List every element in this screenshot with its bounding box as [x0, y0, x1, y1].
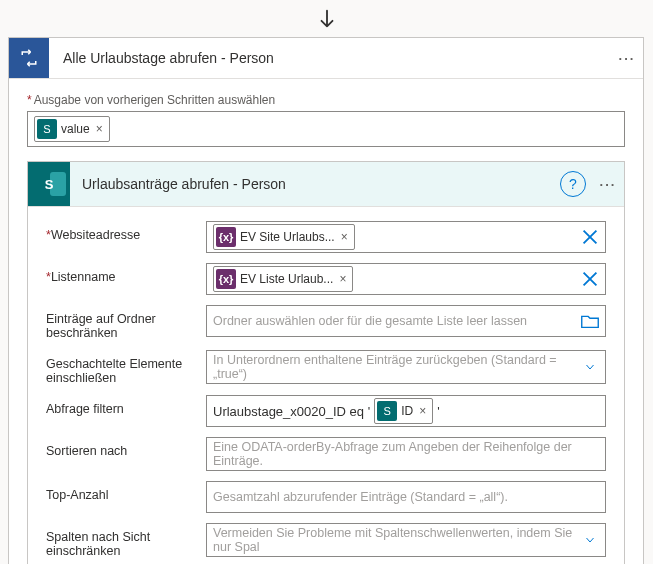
action-menu-button[interactable]: ··· [592, 177, 624, 192]
top-count-label: Top-Anzahl [46, 481, 206, 502]
sort-input[interactable]: Eine ODATA-orderBy-Abfrage zum Angeben d… [206, 437, 606, 471]
sharepoint-icon: S [37, 119, 57, 139]
action-title: Urlaubsanträge abrufen - Person [70, 176, 560, 192]
placeholder-text: In Unterordnern enthaltene Einträge zurü… [213, 353, 575, 381]
placeholder-text: Eine ODATA-orderBy-Abfrage zum Angeben d… [213, 440, 599, 468]
limit-columns-label: Spalten nach Sicht einschränken [46, 523, 206, 558]
site-address-label: *Websiteadresse [46, 221, 206, 242]
site-token[interactable]: {x} EV Site Urlaubs... × [213, 224, 355, 250]
list-name-label: *Listenname [46, 263, 206, 284]
prev-steps-label: *Ausgabe von vorherigen Schritten auswäh… [27, 93, 625, 107]
chevron-down-icon[interactable] [579, 529, 601, 551]
action-card: S Urlaubsanträge abrufen - Person ? ··· … [27, 161, 625, 564]
variable-icon: {x} [216, 269, 236, 289]
token-remove-icon[interactable]: × [339, 230, 350, 244]
foreach-icon [9, 38, 49, 78]
filter-query-label: Abfrage filtern [46, 395, 206, 416]
folder-limit-label: Einträge auf Ordner beschränken [46, 305, 206, 340]
variable-icon: {x} [216, 227, 236, 247]
foreach-card: Alle Urlaubstage abrufen - Person ··· *A… [8, 37, 644, 564]
list-name-input[interactable]: {x} EV Liste Urlaub... × [206, 263, 606, 295]
token-label: EV Site Urlaubs... [240, 230, 335, 244]
token-remove-icon[interactable]: × [417, 404, 428, 418]
nested-input[interactable]: In Unterordnern enthaltene Einträge zurü… [206, 350, 606, 384]
id-token[interactable]: S ID × [374, 398, 433, 424]
clear-icon[interactable] [579, 226, 601, 248]
clear-icon[interactable] [579, 268, 601, 290]
sharepoint-icon: S [377, 401, 397, 421]
placeholder-text: Gesamtzahl abzurufender Einträge (Standa… [213, 490, 508, 504]
top-count-input[interactable]: Gesamtzahl abzurufender Einträge (Standa… [206, 481, 606, 513]
folder-limit-input[interactable]: Ordner auswählen oder für die gesamte Li… [206, 305, 606, 337]
site-address-input[interactable]: {x} EV Site Urlaubs... × [206, 221, 606, 253]
foreach-menu-button[interactable]: ··· [611, 51, 643, 66]
action-header[interactable]: S Urlaubsanträge abrufen - Person ? ··· [28, 162, 624, 206]
token-remove-icon[interactable]: × [337, 272, 348, 286]
folder-picker-icon[interactable] [579, 310, 601, 332]
filter-prefix: Urlaubstage_x0020_ID eq ' [213, 404, 370, 419]
help-button[interactable]: ? [560, 171, 586, 197]
token-remove-icon[interactable]: × [94, 122, 105, 136]
value-token[interactable]: S value × [34, 116, 110, 142]
placeholder-text: Ordner auswählen oder für die gesamte Li… [213, 314, 527, 328]
sort-label: Sortieren nach [46, 437, 206, 458]
nested-label: Geschachtelte Elemente einschließen [46, 350, 206, 385]
list-token[interactable]: {x} EV Liste Urlaub... × [213, 266, 353, 292]
token-label: EV Liste Urlaub... [240, 272, 333, 286]
chevron-down-icon[interactable] [579, 356, 601, 378]
limit-columns-input[interactable]: Vermeiden Sie Probleme mit Spaltenschwel… [206, 523, 606, 557]
filter-suffix: ' [437, 404, 439, 419]
filter-query-input[interactable]: Urlaubstage_x0020_ID eq ' S ID × ' [206, 395, 606, 427]
foreach-title: Alle Urlaubstage abrufen - Person [49, 50, 611, 66]
token-label: ID [401, 404, 413, 418]
flow-arrow-down [8, 8, 645, 33]
foreach-header[interactable]: Alle Urlaubstage abrufen - Person ··· [9, 38, 643, 78]
placeholder-text: Vermeiden Sie Probleme mit Spaltenschwel… [213, 526, 575, 554]
prev-steps-input[interactable]: S value × [27, 111, 625, 147]
token-label: value [61, 122, 90, 136]
sharepoint-action-icon: S [28, 162, 70, 206]
